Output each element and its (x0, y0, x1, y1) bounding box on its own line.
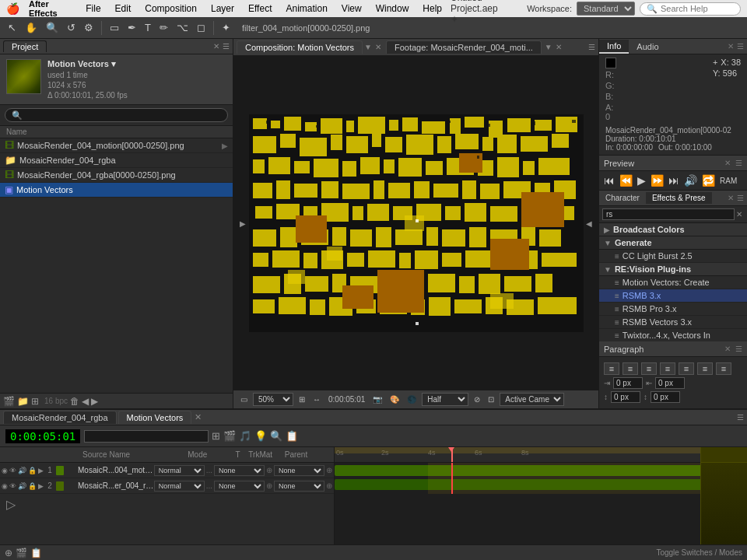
preview-btn-loop[interactable]: 🔁 (700, 173, 717, 187)
file-row-4[interactable]: ▣ Motion Vectors (0, 183, 233, 198)
menu-view[interactable]: View (336, 2, 367, 16)
fx-category-revision[interactable]: ▼ RE:Vision Plug-ins (599, 263, 747, 276)
status-btn-1[interactable]: ⊕ (5, 548, 12, 558)
fx-item-cc-lightburst[interactable]: ≡ CC Light Burst 2.5 (599, 250, 747, 263)
layer-1-parent[interactable]: None (274, 465, 324, 476)
menu-edit[interactable]: Edit (110, 2, 137, 16)
align-justify-right[interactable]: ≡ (697, 362, 713, 375)
tool-clone[interactable]: ⌥ (174, 20, 191, 35)
space-after-input[interactable] (651, 391, 680, 403)
fx-item-motion-vectors-create[interactable]: ≡ Motion Vectors: Create (599, 276, 747, 289)
tl-btn-4[interactable]: 💡 (254, 430, 267, 442)
paragraph-menu[interactable]: ☰ (735, 345, 742, 353)
preview-btn-ram[interactable]: RAM (718, 176, 738, 186)
layer-1-trk[interactable]: None (214, 465, 265, 476)
tab-composition[interactable]: Composition: Motion Vectors (237, 40, 363, 54)
tl-btn-2[interactable]: 🎬 (223, 430, 236, 442)
align-justify-center[interactable]: ≡ (679, 362, 694, 375)
tab-audio[interactable]: Audio (629, 40, 666, 53)
tool-select[interactable]: ↖ (5, 20, 19, 35)
apple-logo-icon[interactable]: 🍎 (6, 2, 19, 15)
tab-mosaic-rgba[interactable]: MosaicRender_004_rgba (3, 411, 117, 424)
preview-btn-audio[interactable]: 🔊 (682, 173, 699, 187)
layer-1-audio[interactable]: 🔊 (18, 467, 26, 474)
quality-select[interactable]: Half Full Quarter (422, 393, 468, 406)
preview-btn-start[interactable]: ⏮ (602, 173, 616, 187)
indent-right-input[interactable] (655, 377, 685, 389)
status-btn-3[interactable]: 📋 (30, 548, 42, 558)
tool-text[interactable]: T (142, 20, 154, 35)
fx-item-rsmb-3x[interactable]: ≡ RSMB 3.x (599, 289, 747, 303)
menu-effect[interactable]: Effect (243, 2, 277, 16)
layer-2-expand[interactable]: ▶ (38, 482, 44, 490)
fx-category-broadcast[interactable]: ▶ Broadcast Colors (599, 223, 747, 236)
comp-panel-menu[interactable]: ☰ (588, 43, 595, 51)
align-left[interactable]: ≡ (604, 362, 619, 375)
layer-1-visible[interactable]: 👁 (9, 467, 16, 474)
tl-btn-1[interactable]: ⊞ (212, 430, 220, 442)
layer-2-audio[interactable]: 🔊 (18, 482, 26, 490)
preview-close[interactable]: ✕ (724, 159, 734, 167)
new-folder-btn[interactable]: 📁 (17, 396, 29, 407)
tl-tab-close[interactable]: ✕ (195, 412, 202, 422)
effects-search-input[interactable] (602, 208, 735, 220)
file-row-3[interactable]: 🎞 MosaicRender_004_rgba[0000-0250].png (0, 168, 233, 183)
project-search-input[interactable] (5, 108, 228, 122)
align-center[interactable]: ≡ (622, 362, 638, 375)
preview-menu[interactable]: ☰ (735, 159, 742, 167)
info-panel-close[interactable]: ✕ (728, 42, 737, 51)
tab-effects[interactable]: Effects & Prese (646, 192, 712, 204)
tool-rotate[interactable]: ↺ (64, 20, 79, 35)
file-row-1[interactable]: 🎞 MosaicRender_004_motion[0000-0250].png… (0, 138, 233, 153)
align-right[interactable]: ≡ (641, 362, 657, 375)
effects-search-clear[interactable]: ✕ (735, 210, 744, 219)
file-collapse-icon-1[interactable]: ▶ (222, 142, 228, 150)
back-btn[interactable]: ◀ (82, 396, 89, 407)
timeline-search-input[interactable] (84, 430, 209, 443)
menu-help[interactable]: Help (417, 2, 447, 16)
tab-footage[interactable]: Footage: MosaicRender_004_moti... (386, 40, 542, 54)
fx-item-rsmb-vectors[interactable]: ≡ RSMB Vectors 3.x (599, 316, 747, 329)
align-justify-left[interactable]: ≡ (660, 362, 675, 375)
tl-btn-6[interactable]: 📋 (286, 430, 298, 442)
preview-btn-fwd[interactable]: ⏩ (649, 173, 665, 187)
menu-composition[interactable]: Composition (139, 2, 202, 16)
preview-btn-play[interactable]: ▶ (636, 173, 647, 187)
indent-left-input[interactable] (613, 377, 643, 389)
menu-file[interactable]: File (80, 2, 106, 16)
preview-btn-back[interactable]: ⏪ (618, 173, 634, 187)
search-help-input[interactable] (661, 4, 738, 13)
layer-2-solo[interactable]: ◉ (2, 482, 8, 490)
project-panel-close[interactable]: ✕ (213, 42, 219, 51)
footage-tab-close[interactable]: ✕ (556, 43, 562, 51)
tl-btn-5[interactable]: 🔍 (270, 430, 282, 442)
depth-btn[interactable]: ⊞ (31, 396, 39, 407)
effects-panel-menu[interactable]: ☰ (737, 194, 747, 202)
menu-layer[interactable]: Layer (205, 2, 240, 16)
timeline-panel-menu[interactable]: ☰ (737, 413, 744, 422)
tl-btn-3[interactable]: 🎵 (239, 430, 251, 442)
layer-1-lock[interactable]: 🔒 (28, 467, 37, 474)
layer-2-mode[interactable]: Normal (154, 481, 205, 492)
tool-settings[interactable]: ⚙ (81, 20, 96, 35)
zoom-select[interactable]: 50% 100% 25% (253, 393, 293, 406)
tool-pen[interactable]: ✒ (124, 20, 139, 35)
file-row-2[interactable]: 📁 MosaicRender_004_rgba (0, 153, 233, 168)
tool-eraser[interactable]: ◻ (194, 20, 209, 35)
fx-category-generate[interactable]: ▼ Generate (599, 236, 747, 250)
workspace-select[interactable]: Standard (577, 2, 635, 16)
status-toggle-label[interactable]: Toggle Switches / Modes (656, 548, 742, 557)
tool-move[interactable]: ✋ (22, 20, 40, 35)
track-playhead[interactable] (451, 463, 453, 494)
paragraph-close[interactable]: ✕ (724, 345, 734, 353)
space-before-input[interactable] (611, 391, 640, 403)
project-panel-menu[interactable]: ☰ (223, 42, 230, 51)
new-composition-btn[interactable]: 🎬 (3, 396, 15, 407)
tab-project[interactable]: Project (3, 40, 47, 52)
effects-panel-close[interactable]: ✕ (728, 194, 737, 202)
layer-2-lock[interactable]: 🔒 (28, 482, 37, 490)
fx-item-twixtor[interactable]: ≡ Twixtor...4.x, Vectors In (599, 329, 747, 341)
status-btn-2[interactable]: 🎬 (16, 548, 27, 558)
layer-1-solo[interactable]: ◉ (2, 467, 8, 474)
camera-select[interactable]: Active Came (500, 393, 564, 406)
